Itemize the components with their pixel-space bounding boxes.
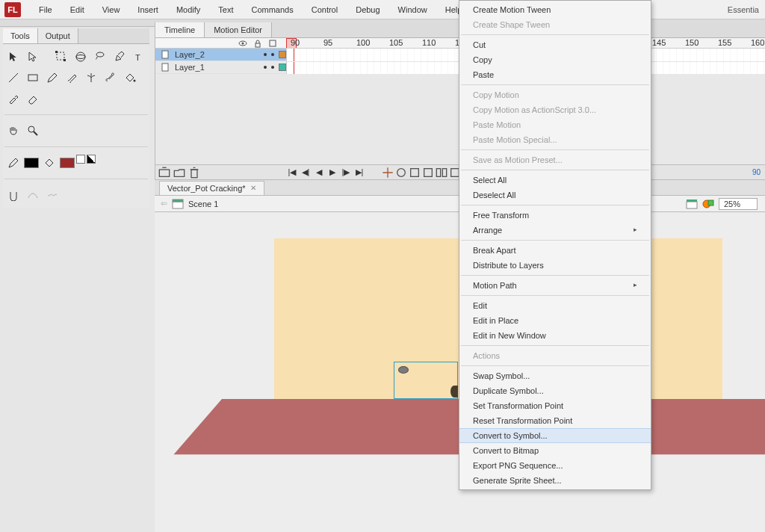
scene-name[interactable]: Scene 1 [188,200,218,208]
context-menu-item[interactable]: Swap Symbol... [459,368,651,383]
zoom-tool[interactable] [24,123,42,139]
layer-visible-dot[interactable] [264,66,267,69]
onion-skin-button[interactable] [409,167,421,179]
layer-visible-dot[interactable] [264,53,267,56]
back-arrow-icon: ⇐ [161,199,167,208]
eyedropper-tool[interactable] [4,90,22,107]
lock-column-icon[interactable] [253,39,262,48]
menu-debug[interactable]: Debug [347,2,388,17]
context-menu-item[interactable]: Convert to Symbol... [459,428,651,443]
rectangle-tool[interactable] [24,69,42,86]
layer-row[interactable]: Layer_1 [155,61,286,74]
eraser-tool[interactable] [24,90,42,107]
context-menu-item[interactable]: Reset Transformation Point [459,413,651,428]
context-menu-item[interactable]: Convert to Bitmap [459,443,651,458]
zoom-level-input[interactable]: 25% [719,198,758,210]
step-forward-button[interactable]: |▶ [340,167,352,179]
edit-symbols-icon[interactable] [702,199,714,209]
brush-tool[interactable] [63,69,81,86]
black-and-white-icon[interactable] [76,155,85,164]
context-menu-item[interactable]: Motion Path [459,278,651,293]
visibility-column-icon[interactable] [238,39,247,48]
menu-modify[interactable]: Modify [167,2,209,17]
3d-rotation-tool[interactable] [72,49,90,65]
fill-color-swatch[interactable] [60,158,75,168]
layer-outline-swatch[interactable] [279,64,286,71]
context-menu-item[interactable]: Paste [459,67,651,82]
workspace-switcher[interactable]: Essentia [728,5,759,14]
context-menu-item[interactable]: Copy [459,52,651,67]
new-layer-button[interactable] [158,167,170,179]
play-back-button[interactable]: ◀ [313,167,325,179]
menu-edit[interactable]: Edit [61,2,93,17]
document-tab[interactable]: Vector_Pot Cracking* ✕ [159,181,264,195]
lasso-tool[interactable] [91,49,109,65]
context-menu-item[interactable]: Set Transformation Point [459,398,651,413]
pot-fragment-shape[interactable] [450,386,458,398]
selection-tool[interactable] [4,49,22,65]
free-transform-tool[interactable] [52,49,70,65]
edit-multiple-frames-button[interactable] [436,167,447,179]
menu-file[interactable]: File [30,2,61,17]
center-frame-button[interactable] [382,167,394,179]
tab-output[interactable]: Output [38,28,78,43]
context-menu-item[interactable]: Edit in New Window [459,328,651,343]
delete-layer-button[interactable] [188,167,200,179]
onion-skin-outlines-button[interactable] [422,167,434,179]
context-menu-item[interactable]: Edit in Place [459,313,651,328]
outline-column-icon[interactable] [268,39,277,48]
context-menu-item[interactable]: Distribute to Layers [459,258,651,273]
bone-tool[interactable] [102,69,120,86]
loop-button[interactable] [395,167,407,179]
context-menu-item[interactable]: Arrange [459,223,651,238]
swap-colors-icon[interactable] [87,155,96,164]
layer-row[interactable]: Layer_2 [155,49,286,61]
svg-point-9 [28,126,34,132]
context-menu-item[interactable]: Export PNG Sequence... [459,458,651,473]
hand-tool[interactable] [4,123,22,139]
pebble-shape[interactable] [398,366,409,374]
menu-commands[interactable]: Commands [242,2,302,17]
stroke-color-swatch[interactable] [24,158,39,168]
ruler-tick: 110 [422,38,436,47]
pencil-tool[interactable] [43,69,61,86]
context-menu-item[interactable]: Deselect All [459,188,651,202]
step-back-button[interactable]: ◀| [300,167,312,179]
play-button[interactable]: ▶ [326,167,338,179]
context-menu-item[interactable]: Free Transform [459,208,651,223]
svg-rect-7 [28,75,37,81]
paint-bucket-tool[interactable] [121,69,139,86]
menu-view[interactable]: View [93,2,129,17]
straighten-icon[interactable] [43,187,61,203]
deco-tool[interactable] [82,69,100,86]
pen-tool[interactable] [111,49,128,65]
menu-insert[interactable]: Insert [128,2,167,17]
context-menu-item[interactable]: Duplicate Symbol... [459,383,651,398]
context-menu-item[interactable]: Cut [459,37,651,52]
layer-lock-dot[interactable] [271,66,274,69]
context-menu-item[interactable]: Select All [459,173,651,188]
tab-motion-editor[interactable]: Motion Editor [205,22,272,37]
context-menu-item[interactable]: Break Apart [459,243,651,258]
menu-window[interactable]: Window [389,2,436,17]
context-menu-item[interactable]: Create Motion Tween [459,2,651,17]
text-tool[interactable]: T [130,49,148,65]
goto-last-frame-button[interactable]: ▶| [353,167,365,179]
edit-scene-icon[interactable] [686,199,698,209]
close-document-icon[interactable]: ✕ [250,184,256,192]
app-logo: FL [4,2,21,17]
snap-to-objects-icon[interactable] [4,187,22,203]
tab-timeline[interactable]: Timeline [155,22,205,37]
layer-lock-dot[interactable] [271,53,274,56]
new-folder-button[interactable] [173,167,185,179]
menu-control[interactable]: Control [303,2,347,17]
smooth-icon[interactable] [24,187,42,203]
line-tool[interactable] [4,69,22,86]
context-menu-item[interactable]: Generate Sprite Sheet... [459,473,651,488]
menu-text[interactable]: Text [209,2,242,17]
context-menu-item[interactable]: Edit [459,298,651,313]
subselection-tool[interactable] [24,49,42,65]
tab-tools[interactable]: Tools [3,28,38,43]
goto-first-frame-button[interactable]: |◀ [286,167,298,179]
layer-outline-swatch[interactable] [279,51,286,58]
